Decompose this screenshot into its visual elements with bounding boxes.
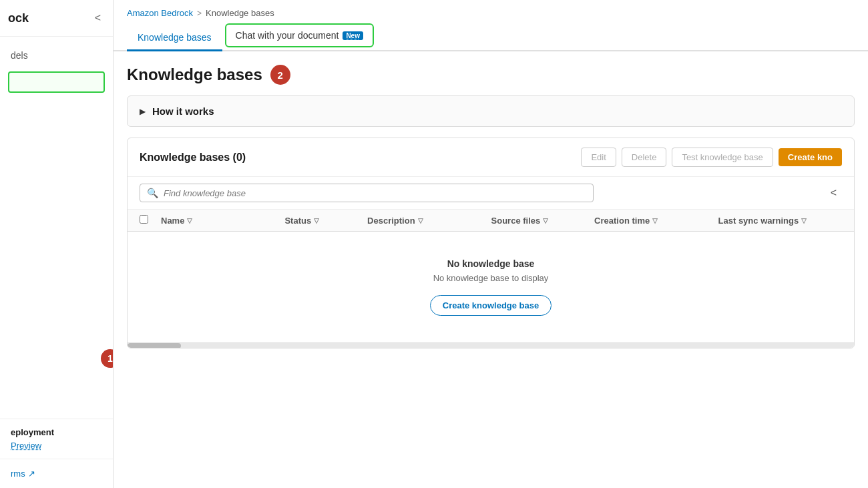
sort-icon-description: ▽ [418,217,423,224]
empty-title: No knowledge base [141,258,841,269]
empty-subtitle: No knowledge base to display [141,273,841,283]
table-header-row: Name ▽ Status ▽ Description ▽ Source fil… [128,210,854,232]
tab-new-badge: New [343,31,363,40]
sidebar-footer[interactable]: rms ↗ [0,459,113,488]
badge-2: 2 [270,65,290,85]
sidebar-footer-label: rms [11,469,25,479]
test-knowledge-base-button[interactable]: Test knowledge base [672,148,773,167]
select-all-checkbox[interactable] [140,215,148,224]
breadcrumb-current: Knowledge bases [206,8,274,18]
tabs-bar: Knowledge bases Chat with your document … [114,23,868,51]
edit-button[interactable]: Edit [581,148,616,167]
sort-icon-source-files: ▽ [543,217,548,224]
delete-button[interactable]: Delete [622,148,667,167]
column-header-last-sync: Last sync warnings ▽ [718,216,842,226]
create-knowledge-base-button[interactable]: Create knowledge base [430,295,552,316]
sort-icon-creation-time: ▽ [652,217,658,224]
sidebar-green-highlight [8,71,105,93]
page-title-row: Knowledge bases 2 [127,65,855,85]
sidebar-nav: dels [0,37,113,419]
checkbox-column-header [140,215,156,226]
expand-arrow-icon: ▶ [140,107,146,116]
main-content: Amazon Bedrock > Knowledge bases Knowled… [114,0,868,488]
sort-icon-last-sync: ▽ [801,217,807,224]
sidebar-deployment-label: eployment [11,427,102,437]
sidebar-preview-link[interactable]: Preview [11,441,41,451]
column-header-creation-time: Creation time ▽ [594,216,718,226]
page-content-area: Knowledge bases 2 ▶ How it works Knowled… [114,51,868,488]
tab-knowledge-bases[interactable]: Knowledge bases [127,25,222,51]
scroll-thumb [128,343,181,348]
breadcrumb: Amazon Bedrock > Knowledge bases [114,0,868,23]
breadcrumb-separator: > [197,9,202,18]
horizontal-scrollbar[interactable] [128,342,854,348]
search-input[interactable] [164,188,586,198]
table-card-title: Knowledge bases (0) [140,152,246,164]
pagination-prev-button[interactable]: < [825,184,842,202]
column-header-description: Description ▽ [367,216,491,226]
table-card-actions: Edit Delete Test knowledge base Create k… [581,148,842,167]
knowledge-bases-table-card: Knowledge bases (0) Edit Delete Test kno… [127,138,855,348]
sidebar-title: ock [8,11,29,25]
search-icon: 🔍 [147,188,158,198]
how-it-works-panel[interactable]: ▶ How it works [127,95,855,127]
table-title-text: Knowledge bases [140,152,230,163]
page-title: Knowledge bases [127,65,262,84]
how-it-works-label: How it works [152,105,214,117]
tab-chat-label: Chat with your document [236,30,339,41]
sidebar-deployment-section: eployment Preview [0,419,113,459]
create-knowledge-base-top-button[interactable]: Create kno [779,148,842,166]
sidebar: ock < dels 1 eployment Preview rms ↗ [0,0,114,488]
breadcrumb-link-amazon-bedrock[interactable]: Amazon Bedrock [127,8,193,18]
empty-state: No knowledge base No knowledge base to d… [128,232,854,342]
search-row: 🔍 < [128,177,854,210]
search-box[interactable]: 🔍 [140,184,594,202]
sidebar-collapse-button[interactable]: < [91,11,105,25]
column-header-status: Status ▽ [284,216,367,226]
sort-icon-status: ▽ [314,217,319,224]
column-header-name: Name ▽ [161,216,284,226]
table-card-header: Knowledge bases (0) Edit Delete Test kno… [128,138,854,177]
tab-chat-with-document[interactable]: Chat with your document New [225,23,374,47]
table-count: (0) [233,152,246,163]
sort-icon-name: ▽ [187,217,192,224]
external-link-icon: ↗ [28,469,35,479]
sidebar-header: ock < [0,0,113,37]
sidebar-item-models[interactable]: dels [0,45,113,66]
column-header-source-files: Source files ▽ [491,216,595,226]
